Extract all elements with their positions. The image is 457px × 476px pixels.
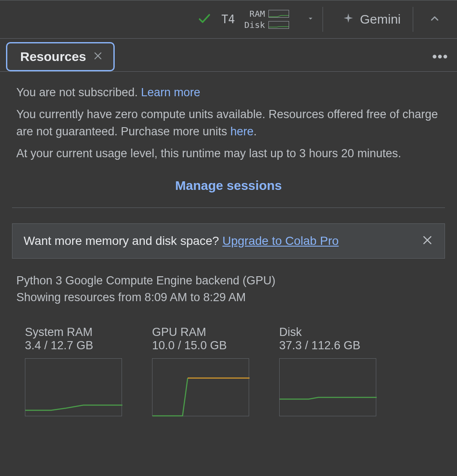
tab-resources[interactable]: Resources <box>6 42 115 71</box>
upgrade-prompt-text: Want more memory and disk space? Upgrade… <box>24 234 339 248</box>
close-icon[interactable] <box>93 51 103 63</box>
mini-disk-label: Disk <box>244 20 265 30</box>
divider <box>12 207 445 208</box>
vertical-separator <box>323 7 323 32</box>
time-range-text: Showing resources from 8:09 AM to 8:29 A… <box>16 291 441 304</box>
chart-title: Disk <box>279 326 376 339</box>
runtime-status-left: T4 RAM Disk <box>197 9 322 30</box>
compute-units-text: You currently have zero compute units av… <box>16 106 441 140</box>
chart-value: 3.4 / 12.7 GB <box>25 339 122 352</box>
resource-charts-row: System RAM 3.4 / 12.7 GB GPU RAM 10.0 / … <box>16 326 441 416</box>
connected-check-icon <box>197 11 212 27</box>
disk-chart: Disk 37.3 / 112.6 GB <box>279 326 376 416</box>
upgrade-colab-pro-link[interactable]: Upgrade to Colab Pro <box>222 234 339 247</box>
resources-content: You are not subscribed. Learn more You c… <box>0 72 457 416</box>
collapse-button[interactable] <box>421 12 448 26</box>
chart-value: 37.3 / 112.6 GB <box>279 339 376 352</box>
vertical-separator <box>413 7 413 32</box>
chart-plot <box>25 358 122 416</box>
runtime-status-bar: T4 RAM Disk Gemini <box>0 0 457 39</box>
mini-disk-bar <box>268 21 289 29</box>
gemini-label: Gemini <box>360 12 401 27</box>
system-ram-chart: System RAM 3.4 / 12.7 GB <box>25 326 122 416</box>
dismiss-upgrade-icon[interactable] <box>421 234 433 248</box>
mini-resource-meters[interactable]: RAM Disk <box>244 9 289 30</box>
panel-tab-bar: Resources ••• <box>0 39 457 72</box>
gpu-ram-chart: GPU RAM 10.0 / 15.0 GB <box>152 326 249 416</box>
subscription-status-text: You are not subscribed. Learn more <box>16 84 441 101</box>
chart-title: GPU RAM <box>152 326 249 339</box>
manage-sessions-link[interactable]: Manage sessions <box>16 178 441 193</box>
more-menu-icon[interactable]: ••• <box>432 49 451 64</box>
gpu-type-label: T4 <box>221 13 235 26</box>
gemini-button[interactable]: Gemini <box>331 12 413 27</box>
chart-title: System RAM <box>25 326 122 339</box>
learn-more-link[interactable]: Learn more <box>141 86 200 99</box>
chart-value: 10.0 / 15.0 GB <box>152 339 249 352</box>
runtime-dropdown-icon[interactable] <box>306 14 315 24</box>
tab-label: Resources <box>20 49 86 64</box>
backend-info-text: Python 3 Google Compute Engine backend (… <box>16 274 441 287</box>
mini-ram-bar <box>268 10 289 18</box>
chart-plot <box>279 358 376 416</box>
chart-plot <box>152 358 249 416</box>
mini-ram-label: RAM <box>250 9 265 19</box>
usage-level-text: At your current usage level, this runtim… <box>16 145 441 162</box>
upgrade-banner: Want more memory and disk space? Upgrade… <box>12 223 445 259</box>
purchase-units-link[interactable]: here <box>230 125 253 138</box>
sparkle-icon <box>343 12 354 27</box>
